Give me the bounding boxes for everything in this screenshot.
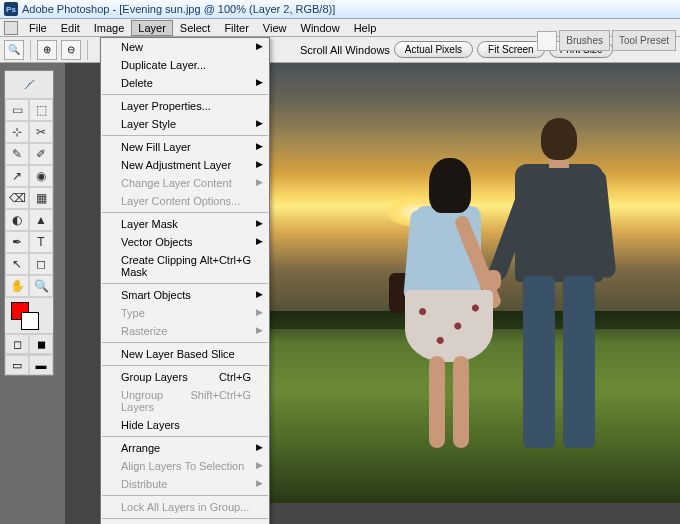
menu-item-layer-mask[interactable]: Layer Mask▶: [101, 215, 269, 233]
menu-item-group-layers[interactable]: Group LayersCtrl+G: [101, 368, 269, 386]
tool-5[interactable]: ✐: [29, 143, 53, 165]
menu-item-create-clipping-mask[interactable]: Create Clipping MaskAlt+Ctrl+G: [101, 251, 269, 281]
menu-edit[interactable]: Edit: [54, 20, 87, 36]
scroll-all-label: Scroll All Windows: [300, 44, 390, 56]
image-woman: [397, 158, 497, 448]
tool-12[interactable]: ✒: [5, 231, 29, 253]
tool-13[interactable]: T: [29, 231, 53, 253]
menu-item-align-layers-to-selection: Align Layers To Selection▶: [101, 457, 269, 475]
menu-item-arrange[interactable]: Arrange▶: [101, 439, 269, 457]
menu-item-layer-properties[interactable]: Layer Properties...: [101, 97, 269, 115]
menu-item-distribute: Distribute▶: [101, 475, 269, 493]
menu-item-layer-style[interactable]: Layer Style▶: [101, 115, 269, 133]
title-bar: Ps Adobe Photoshop - [Evening sun.jpg @ …: [0, 0, 680, 19]
tool-2[interactable]: ⊹: [5, 121, 29, 143]
menu-item-new-layer-based-slice[interactable]: New Layer Based Slice: [101, 345, 269, 363]
tool-8[interactable]: ⌫: [5, 187, 29, 209]
zoom-out-icon[interactable]: ⊖: [61, 40, 81, 60]
menu-item-layer-content-options: Layer Content Options...: [101, 192, 269, 210]
palette-toggle-icon[interactable]: [537, 31, 557, 51]
menu-item-duplicate-layer[interactable]: Duplicate Layer...: [101, 56, 269, 74]
app-title: Adobe Photoshop - [Evening sun.jpg @ 100…: [22, 3, 335, 15]
menu-layer[interactable]: Layer: [131, 20, 173, 36]
menu-filter[interactable]: Filter: [217, 20, 255, 36]
menu-item-type: Type▶: [101, 304, 269, 322]
tool-presets-tab[interactable]: Tool Preset: [612, 30, 676, 51]
tool-10[interactable]: ◐: [5, 209, 29, 231]
menu-image[interactable]: Image: [87, 20, 132, 36]
menu-view[interactable]: View: [256, 20, 294, 36]
menu-item-vector-objects[interactable]: Vector Objects▶: [101, 233, 269, 251]
tool-preset-icon[interactable]: 🔍: [4, 40, 24, 60]
tool-3[interactable]: ✂: [29, 121, 53, 143]
tool-16[interactable]: ✋: [5, 275, 29, 297]
palette-tabs: Brushes Tool Preset: [537, 30, 676, 51]
standard-mode-icon[interactable]: ◻: [5, 334, 29, 354]
fit-screen-button[interactable]: Fit Screen: [477, 41, 545, 58]
layer-menu-dropdown: New▶Duplicate Layer...Delete▶Layer Prope…: [100, 37, 270, 524]
tool-1[interactable]: ⬚: [29, 99, 53, 121]
menu-select[interactable]: Select: [173, 20, 218, 36]
menu-item-smart-objects[interactable]: Smart Objects▶: [101, 286, 269, 304]
image-man: [497, 118, 617, 448]
menu-item-ungroup-layers: Ungroup LayersShift+Ctrl+G: [101, 386, 269, 416]
screen-mode-1-icon[interactable]: ▭: [5, 355, 29, 375]
menu-item-new-fill-layer[interactable]: New Fill Layer▶: [101, 138, 269, 156]
toolbox-header-icon[interactable]: ⟋: [5, 71, 53, 99]
toolbox: ⟋ ▭⬚⊹✂✎✐↗◉⌫▦◐▲✒T↖◻✋🔍 ◻ ◼ ▭ ▬: [4, 70, 54, 376]
menu-help[interactable]: Help: [347, 20, 384, 36]
menu-item-rasterize: Rasterize▶: [101, 322, 269, 340]
tool-0[interactable]: ▭: [5, 99, 29, 121]
menu-item-lock-all-layers-in-group: Lock All Layers in Group...: [101, 498, 269, 516]
tool-9[interactable]: ▦: [29, 187, 53, 209]
color-swatches: [5, 297, 53, 333]
tool-4[interactable]: ✎: [5, 143, 29, 165]
zoom-in-icon[interactable]: ⊕: [37, 40, 57, 60]
menu-item-new-adjustment-layer[interactable]: New Adjustment Layer▶: [101, 156, 269, 174]
system-menu-icon[interactable]: [4, 21, 18, 35]
brushes-tab[interactable]: Brushes: [559, 30, 610, 51]
tool-7[interactable]: ◉: [29, 165, 53, 187]
tool-14[interactable]: ↖: [5, 253, 29, 275]
actual-pixels-button[interactable]: Actual Pixels: [394, 41, 473, 58]
menu-item-new[interactable]: New▶: [101, 38, 269, 56]
menu-item-hide-layers[interactable]: Hide Layers: [101, 416, 269, 434]
menu-item-delete[interactable]: Delete▶: [101, 74, 269, 92]
tool-15[interactable]: ◻: [29, 253, 53, 275]
quickmask-mode-icon[interactable]: ◼: [29, 334, 53, 354]
tool-6[interactable]: ↗: [5, 165, 29, 187]
menu-file[interactable]: File: [22, 20, 54, 36]
app-icon: Ps: [4, 2, 18, 16]
background-color[interactable]: [21, 312, 39, 330]
tool-17[interactable]: 🔍: [29, 275, 53, 297]
menu-window[interactable]: Window: [294, 20, 347, 36]
tool-11[interactable]: ▲: [29, 209, 53, 231]
screen-mode-2-icon[interactable]: ▬: [29, 355, 53, 375]
menu-item-change-layer-content: Change Layer Content▶: [101, 174, 269, 192]
